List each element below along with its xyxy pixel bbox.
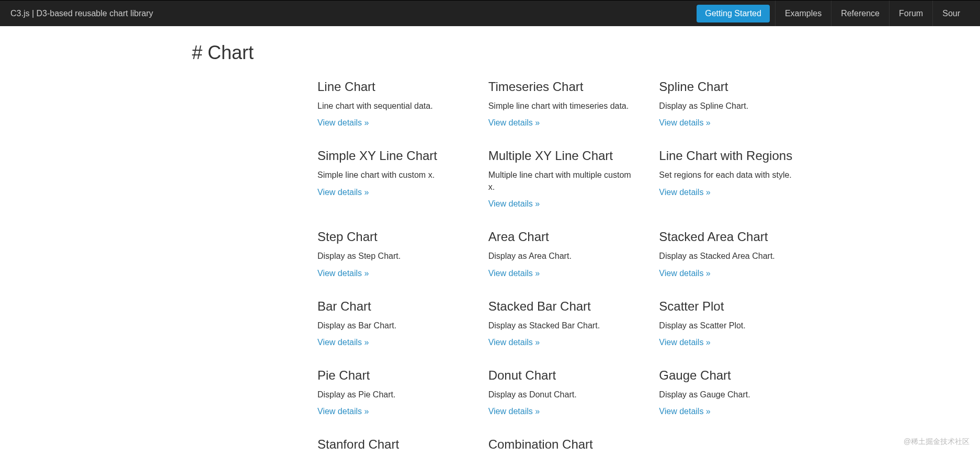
view-details-link[interactable]: View details » (488, 199, 540, 208)
navbar-brand[interactable]: C3.js | D3-based reusable chart library (10, 9, 153, 18)
chart-item: Multiple XY Line ChartMultiple line char… (488, 148, 639, 209)
container: # Chart Line ChartLine chart with sequen… (140, 26, 840, 457)
chart-item: Bar ChartDisplay as Bar Chart.View detai… (317, 299, 468, 347)
chart-item-title: Gauge Chart (659, 368, 809, 383)
nav-getting-started[interactable]: Getting Started (697, 5, 770, 22)
chart-item: Stacked Bar ChartDisplay as Stacked Bar … (488, 299, 639, 347)
chart-item-title: Multiple XY Line Chart (488, 148, 639, 163)
chart-item-title: Bar Chart (317, 299, 468, 314)
chart-item-title: Scatter Plot (659, 299, 809, 314)
view-details-link[interactable]: View details » (317, 269, 369, 278)
nav-source[interactable]: Sour (932, 1, 970, 26)
chart-item: Line ChartLine chart with sequential dat… (317, 79, 468, 128)
chart-item-title: Combination Chart (488, 437, 639, 452)
chart-item-desc: Display as Stacked Area Chart. (659, 250, 809, 262)
view-details-link[interactable]: View details » (659, 338, 710, 347)
chart-item-desc: Simple line chart with timeseries data. (488, 100, 639, 112)
chart-item: Stacked Area ChartDisplay as Stacked Are… (659, 230, 809, 278)
chart-item-title: Spline Chart (659, 79, 809, 94)
view-details-link[interactable]: View details » (488, 338, 540, 347)
chart-item-desc: Display as Bar Chart. (317, 320, 468, 332)
chart-item: Simple XY Line ChartSimple line chart wi… (317, 148, 468, 209)
chart-item-desc: Display as Area Chart. (488, 250, 639, 262)
navbar: C3.js | D3-based reusable chart library … (0, 0, 980, 26)
chart-grid: Line ChartLine chart with sequential dat… (317, 79, 809, 457)
nav-examples[interactable]: Examples (775, 1, 831, 26)
chart-item-desc: Set regions for each data with style. (659, 169, 809, 181)
chart-item: Timeseries ChartSimple line chart with t… (488, 79, 639, 128)
nav-forum[interactable]: Forum (889, 1, 932, 26)
view-details-link[interactable]: View details » (659, 118, 710, 127)
chart-item: Pie ChartDisplay as Pie Chart.View detai… (317, 368, 468, 416)
chart-item-title: Step Chart (317, 230, 468, 244)
watermark: @稀土掘金技术社区 (904, 437, 970, 447)
nav-right: Getting Started Examples Reference Forum… (697, 1, 970, 26)
view-details-link[interactable]: View details » (659, 188, 710, 197)
chart-item-title: Area Chart (488, 230, 639, 244)
chart-item: Area ChartDisplay as Area Chart.View det… (488, 230, 639, 278)
chart-item-title: Stacked Bar Chart (488, 299, 639, 314)
view-details-link[interactable]: View details » (659, 269, 710, 278)
chart-item: Donut ChartDisplay as Donut Chart.View d… (488, 368, 639, 416)
chart-item-desc: Simple line chart with custom x. (317, 169, 468, 181)
view-details-link[interactable]: View details » (488, 269, 540, 278)
chart-item: Combination ChartDisplay all kinda chart… (488, 437, 639, 457)
view-details-link[interactable]: View details » (317, 407, 369, 416)
chart-item-desc: Line chart with sequential data. (317, 100, 468, 112)
chart-item-title: Stanford Chart (317, 437, 468, 452)
chart-item: Line Chart with RegionsSet regions for e… (659, 148, 809, 209)
chart-item-desc: Display as Scatter Plot. (659, 320, 809, 332)
nav-reference[interactable]: Reference (831, 1, 889, 26)
chart-item: Step ChartDisplay as Step Chart.View det… (317, 230, 468, 278)
page-title: # Chart (192, 42, 809, 64)
chart-item-desc: Display as Step Chart. (317, 250, 468, 262)
chart-item-title: Donut Chart (488, 368, 639, 383)
chart-item-title: Timeseries Chart (488, 79, 639, 94)
chart-item-desc: Display as Donut Chart. (488, 389, 639, 401)
chart-item-title: Pie Chart (317, 368, 468, 383)
chart-item-title: Stacked Area Chart (659, 230, 809, 244)
chart-item-title: Simple XY Line Chart (317, 148, 468, 163)
chart-item-desc: Display as Stacked Bar Chart. (488, 320, 639, 332)
view-details-link[interactable]: View details » (317, 338, 369, 347)
view-details-link[interactable]: View details » (317, 118, 369, 127)
view-details-link[interactable]: View details » (488, 118, 540, 127)
chart-item: Gauge ChartDisplay as Gauge Chart.View d… (659, 368, 809, 416)
view-details-link[interactable]: View details » (488, 407, 540, 416)
chart-item: Stanford ChartDisplay as Stanford Chart.… (317, 437, 468, 457)
chart-item-desc: Display as Pie Chart. (317, 389, 468, 401)
chart-item-title: Line Chart (317, 79, 468, 94)
chart-item-desc: Display as Spline Chart. (659, 100, 809, 112)
view-details-link[interactable]: View details » (659, 407, 710, 416)
chart-item-title: Line Chart with Regions (659, 148, 809, 163)
view-details-link[interactable]: View details » (317, 188, 369, 197)
chart-item-desc: Multiple line chart with multiple custom… (488, 169, 639, 193)
chart-item-desc: Display as Gauge Chart. (659, 389, 809, 401)
chart-item: Spline ChartDisplay as Spline Chart.View… (659, 79, 809, 128)
chart-item: Scatter PlotDisplay as Scatter Plot.View… (659, 299, 809, 347)
